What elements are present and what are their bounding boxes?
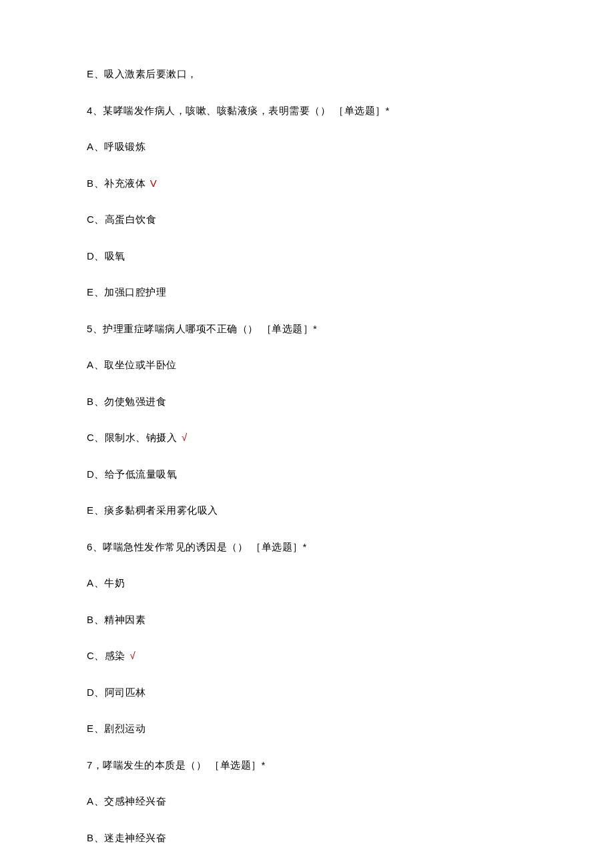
option-label: A、呼吸锻炼 — [87, 141, 145, 152]
option: A、牛奶 — [87, 576, 527, 591]
correct-mark: V — [150, 177, 158, 189]
option-label: C、感染 — [87, 650, 125, 661]
option: A、取坐位或半卧位 — [87, 358, 527, 373]
question-text: 护理重症哮喘病人哪项不正确（） — [103, 323, 258, 334]
option: B、精神因素 — [87, 612, 527, 628]
question-number: 5、 — [87, 323, 103, 334]
question-stem: 4、某哮喘发作病人，咳嗽、咳黏液痰，表明需要（） ［单选题］* — [87, 103, 527, 119]
option-label: D、阿司匹林 — [87, 687, 146, 698]
option-label: A、牛奶 — [87, 577, 125, 588]
correct-mark: √ — [182, 432, 188, 443]
option-label: B、勿使勉强进食 — [87, 396, 166, 407]
option-label: E、痰多黏稠者采用雾化吸入 — [87, 504, 218, 516]
question-tag: ［单选题］* — [262, 323, 318, 334]
question-stem: 7，哮喘发生的本质是（） ［单选题］* — [87, 758, 527, 773]
option-label: B、精神因素 — [87, 614, 145, 625]
option: E、剧烈运动 — [87, 721, 527, 737]
document-page: E、吸入激素后要漱口， 4、某哮喘发作病人，咳嗽、咳黏液痰，表明需要（） ［单选… — [0, 0, 614, 868]
option: B、补充液体 V — [87, 176, 527, 191]
question-number: 4、 — [87, 105, 103, 116]
question-number: 7， — [87, 759, 103, 771]
option: E、加强口腔护理 — [87, 285, 527, 300]
option-label: B、补充液体 — [87, 177, 145, 189]
option-label: C、高蛋白饮食 — [87, 213, 156, 225]
option: A、交感神经兴奋 — [87, 794, 527, 809]
question-tag: ［单选题］* — [334, 105, 390, 116]
option-label: E、吸入激素后要漱口， — [87, 68, 198, 79]
option: B、勿使勉强进食 — [87, 394, 527, 410]
option: E、痰多黏稠者采用雾化吸入 — [87, 503, 527, 518]
question-stem: 5、护理重症哮喘病人哪项不正确（） ［单选题］* — [87, 322, 527, 337]
option: B、迷走神经兴奋 — [87, 831, 527, 846]
option-label: E、加强口腔护理 — [87, 286, 166, 298]
question-text: 哮喘急性发作常见的诱因是（） — [103, 541, 248, 552]
option-label: D、给予低流量吸氧 — [87, 468, 177, 480]
option: D、阿司匹林 — [87, 685, 527, 701]
option-label: E、剧烈运动 — [87, 723, 145, 734]
question-number: 6、 — [87, 541, 103, 552]
option-label: A、取坐位或半卧位 — [87, 359, 177, 370]
question-text: 哮喘发生的本质是（） — [103, 759, 206, 771]
correct-mark: √ — [130, 650, 136, 661]
option: C、感染 √ — [87, 648, 527, 664]
option: C、高蛋白饮食 — [87, 212, 527, 228]
option: C、限制水、钠摄入 √ — [87, 430, 527, 446]
option-label: B、迷走神经兴奋 — [87, 832, 166, 843]
option-label: D、吸氧 — [87, 250, 125, 262]
option: A、呼吸锻炼 — [87, 139, 527, 155]
option-label: C、限制水、钠摄入 — [87, 432, 177, 443]
question-stem: 6、哮喘急性发作常见的诱因是（） ［单选题］* — [87, 540, 527, 555]
question-tag: ［单选题］* — [210, 759, 266, 771]
orphan-option: E、吸入激素后要漱口， — [87, 67, 527, 82]
question-text: 某哮喘发作病人，咳嗽、咳黏液痰，表明需要（） — [103, 105, 330, 116]
option: D、给予低流量吸氧 — [87, 467, 527, 482]
option-label: A、交感神经兴奋 — [87, 795, 166, 807]
option: D、吸氧 — [87, 249, 527, 264]
question-tag: ［单选题］* — [251, 541, 307, 552]
